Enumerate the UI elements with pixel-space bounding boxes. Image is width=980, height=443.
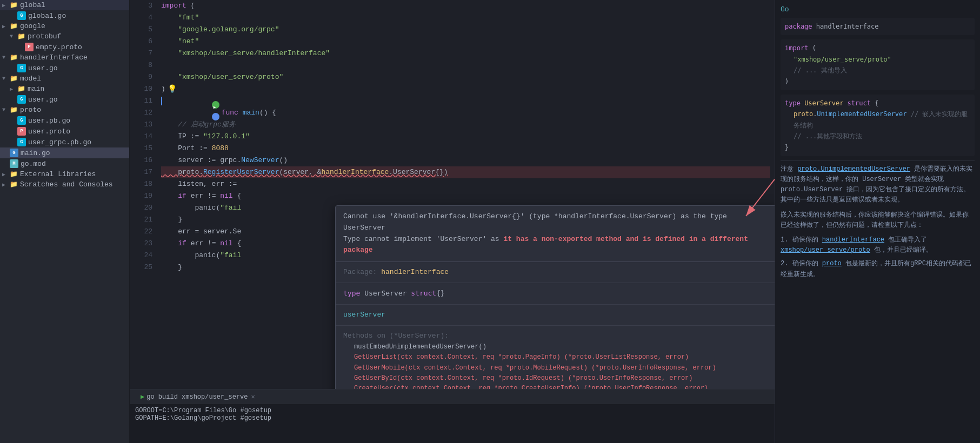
sidebar-item-empty-proto[interactable]: P empty.proto [0,42,129,52]
code-line-6: "net" [161,36,770,48]
tooltip-method-2: GetUserMobile(ctx context.Context, req *… [343,363,770,373]
sidebar-item-label: user.proto [28,127,70,136]
sidebar-item-proto-folder[interactable]: ▼ 📁 proto [0,105,129,115]
go-file-icon: G [10,149,18,157]
sidebar-item-handlerinterface-folder[interactable]: ▼ 📁 handlerInterface [0,52,129,63]
code-line-8 [161,59,770,71]
close-icon[interactable]: ✕ [251,393,255,401]
arrow-icon: ▼ [2,107,10,113]
editor-area: 3 4 5 6 7 8 9 10 11 12 13 14 15 16 17 18… [130,0,775,443]
tooltip-type-def: type UserServer struct{} [343,289,445,297]
tooltip-methods-title: Methods on (*UserServer): [343,330,770,342]
sidebar-item-label: protobuf [28,32,61,41]
folder-icon: 📁 [10,106,18,114]
arrow-icon: ▶ [2,171,10,178]
tooltip-method-3: GetUserById(ctx context.Context, req *pr… [343,373,770,384]
sidebar-item-google-folder[interactable]: ▶ 📁 google [0,21,129,31]
tooltip-userserver-label: userServer [343,311,385,319]
code-container: 3 4 5 6 7 8 9 10 11 12 13 14 15 16 17 18… [130,0,775,389]
arrow-icon: ▼ [2,55,10,61]
sidebar-item-global-folder[interactable]: ▶ 📁 global [0,0,129,10]
arrow-icon: ▶ [2,2,10,9]
right-panel-numbered-1: 1. 确保你的 handlerInterface 包正确导入了 xmshop/u… [781,235,975,256]
sidebar-item-label: user.go [28,64,58,72]
arrow-icon: ▼ [10,33,17,39]
tooltip-package-label: Package: handlerInterface [343,268,449,276]
go-file-icon: G [17,95,26,104]
run-button[interactable] [212,101,219,109]
sidebar-item-external-libs[interactable]: ▶ 📁 External Libraries [0,169,129,179]
tooltip-line2-prefix: Type cannot implement 'UserServer' as [343,235,503,243]
line-numbers: 3 4 5 6 7 8 9 10 11 12 13 14 15 16 17 18… [130,0,157,389]
code-line-14: IP := "127.0.0.1" [161,131,770,143]
sidebar-item-label: global.go [28,12,66,20]
arrow-icon: ▶ [10,86,17,92]
sidebar-item-label: Scratches and Consoles [20,180,113,189]
tooltip-package-name: handlerInterface [381,268,449,276]
sidebar-item-scratches[interactable]: ▶ 📁 Scratches and Consoles [0,179,129,190]
terminal-tab: ▶ go build xmshop/user_serve ✕ [130,390,775,405]
sidebar-item-model-folder[interactable]: ▼ 📁 model [0,73,129,84]
terminal-tab-label: go build xmshop/user_serve [146,393,248,401]
right-panel-type-block: type UserServer struct { proto.Unimpleme… [781,95,975,156]
sidebar-item-userpb-go[interactable]: G user.pb.go [0,115,129,126]
sidebar-item-user-proto[interactable]: P user.proto [0,126,129,137]
code-line-10: ) 💡 [161,83,770,95]
code-line-15: Port := 8088 [161,143,770,155]
main-container: ▶ 📁 global G global.go ▶ 📁 google ▼ 📁 pr… [0,0,980,443]
sidebar-item-go-mod[interactable]: M go.mod [0,158,129,169]
code-line-19: if err != nil { [161,190,770,202]
right-panel-note2: 嵌入未实现的服务结构后，你应该能够解决这个编译错误。如果你已经这样做了，但仍然有… [781,210,975,231]
folder-icon: 📁 [17,32,25,41]
tooltip-methods: Methods on (*UserServer): mustEmbedUnimp… [336,326,775,389]
terminal-tab-item[interactable]: ▶ go build xmshop/user_serve ✕ [135,392,261,402]
right-panel-note1: 注意 proto.UnimplementedUserServer 是你需要嵌入的… [781,164,975,206]
code-content[interactable]: import ( "fmt" "google.golang.org/grpc" … [157,0,775,389]
sidebar: ▶ 📁 global G global.go ▶ 📁 google ▼ 📁 pr… [0,0,130,443]
sidebar-item-label: handlerInterface [20,53,88,62]
sidebar-item-label: External Libraries [20,170,96,178]
sidebar-item-label: main.go [21,149,50,157]
folder-icon: 📁 [10,53,18,62]
code-line-3: import ( [161,0,770,12]
arrow-icon: ▶ [2,182,10,188]
sidebar-item-global-go[interactable]: G global.go [0,10,129,21]
sidebar-item-label: google [20,22,45,30]
right-panel-numbered-2: 2. 确保你的 proto 包是最新的，并且所有gRPC相关的代码都已经重新生成… [781,259,975,279]
terminal-content[interactable]: GOROOT=C:\Program Files\Go #gosetup GOPA… [130,405,775,443]
sidebar-item-label: user.go [28,96,58,104]
terminal-bar: ▶ go build xmshop/user_serve ✕ GOROOT=C:… [130,389,775,443]
terminal-line-2: GOPATH=E:\Golang\goProject #gosetup [135,414,769,422]
code-line-16: server := grpc.NewServer() [161,155,770,166]
code-line-13: // 启动grpc服务 [161,119,770,131]
tooltip-method-embed: mustEmbedUnimplementedUserServer() [343,342,770,352]
code-line-11 [161,95,770,107]
run-icon: ▶ [141,393,144,401]
terminal-line-1: GOROOT=C:\Program Files\Go #gosetup [135,407,769,414]
code-line-9: "xmshop/user_serve/proto" [161,71,770,83]
sidebar-item-main-go[interactable]: G main.go [0,147,129,158]
folder-icon: 📁 [10,75,18,83]
sidebar-item-user-go[interactable]: G user.go [0,63,129,73]
sidebar-item-model-user-go[interactable]: G user.go [0,94,129,105]
folder-icon: 📁 [10,180,18,189]
tooltip-type-section: type UserServer struct{} [336,283,775,305]
tooltip-method-1: GetUserList(ctx context.Context, req *pr… [343,352,770,363]
sidebar-item-label: main [28,85,44,93]
code-line-4: "fmt" [161,12,770,24]
go-file-icon: G [17,64,26,72]
arrow-icon: ▼ [2,76,10,82]
sidebar-item-main-folder[interactable]: ▶ 📁 main [0,84,129,94]
sidebar-item-usergrpc-go[interactable]: G user_grpc.pb.go [0,137,129,147]
sidebar-item-protobuf-folder[interactable]: ▼ 📁 protobuf [0,31,129,42]
code-line-7: "xmshop/user_serve/handlerInterface" [161,48,770,59]
folder-icon: 📁 [10,22,18,30]
sidebar-item-label: empty.proto [36,43,82,51]
go-file-icon: G [17,11,26,20]
folder-icon: 📁 [10,170,18,178]
sidebar-item-label: user_grpc.pb.go [28,138,91,146]
proto-file-icon: P [17,127,26,136]
proto-file-icon: P [25,43,34,51]
arrow-icon: ▶ [2,23,10,30]
sidebar-item-label: proto [20,106,41,114]
